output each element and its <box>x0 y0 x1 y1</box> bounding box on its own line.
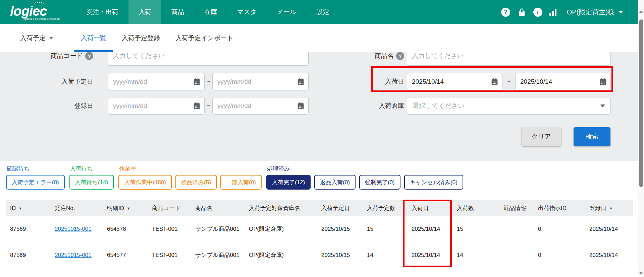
range-separator: ~ <box>502 78 515 85</box>
registration-date-from-input[interactable] <box>108 102 193 110</box>
info-icon[interactable]: i <box>533 8 542 17</box>
topnav-right-group: ? i OP(限定荷主)様 <box>501 8 623 17</box>
table-cell: 654577 <box>103 242 148 268</box>
range-separator: ~ <box>205 78 212 85</box>
scrollbar-thumb[interactable] <box>639 19 643 187</box>
calendar-icon[interactable] <box>599 78 607 86</box>
order-no-link[interactable]: 20251015-001 <box>55 252 92 259</box>
product-name-label-row: 商品名 ? <box>314 52 404 66</box>
status-buttons: 入荷待ち(14) <box>69 175 114 190</box>
status-filter-button[interactable]: キャンセル済み(0) <box>404 175 463 190</box>
column-header-label: 入荷予定対象倉庫名 <box>249 204 300 212</box>
table-cell: サンプル商品001 <box>191 242 245 268</box>
table-cell: OP(限定倉庫) <box>245 242 317 268</box>
topnav-item[interactable]: 設定 <box>306 0 339 24</box>
calendar-icon[interactable] <box>297 102 305 110</box>
sort-desc-icon: ▼ <box>609 206 613 210</box>
status-filter-button[interactable]: 入荷予定エラー(0) <box>6 175 65 190</box>
stats-icon[interactable] <box>549 8 556 16</box>
topnav-item[interactable]: 在庫 <box>194 0 227 24</box>
table-cell: サンプル商品001 <box>191 216 245 242</box>
column-header-label: 発注No. <box>55 204 75 212</box>
status-filter-button[interactable]: 入荷作業中(180) <box>118 175 172 190</box>
user-account-menu[interactable]: OP(限定荷主)様 <box>567 8 623 17</box>
column-header[interactable]: 明細ID▼ <box>103 200 148 216</box>
table-cell <box>499 216 534 242</box>
registration-date-to-input[interactable] <box>213 102 297 110</box>
bag-icon[interactable] <box>517 8 526 17</box>
table-cell: 2025/10/14 <box>408 216 453 242</box>
status-filter-button[interactable]: 一部入荷(0) <box>220 175 262 190</box>
arrival-schedule-dropdown[interactable]: 入荷予定 <box>20 34 54 43</box>
status-filter-button[interactable]: 入荷完了(12) <box>266 175 311 190</box>
help-icon[interactable]: ? <box>501 8 510 17</box>
table-cell: 14 <box>363 242 408 268</box>
column-header[interactable]: 登録日▼ <box>585 200 633 216</box>
subnav-tab[interactable]: 入荷予定インポート <box>168 24 241 52</box>
topnav-item[interactable]: メール <box>267 0 306 24</box>
topnav-item[interactable]: 入荷 <box>128 0 161 24</box>
expected-date-from-input[interactable] <box>108 78 193 85</box>
product-code-label: 商品コード <box>51 52 83 60</box>
column-header-label: 商品コード <box>152 204 181 212</box>
calendar-icon[interactable] <box>297 78 305 86</box>
help-icon[interactable]: ? <box>85 52 93 60</box>
expected-date-label-row: 入荷予定日 <box>0 73 93 90</box>
chevron-down-icon <box>600 105 605 108</box>
status-filter-button[interactable]: 入荷待ち(14) <box>69 175 114 190</box>
topnav-item[interactable]: マスタ <box>227 0 267 24</box>
table-row: 8756920251015-001654577TEST-001サンプル商品001… <box>6 242 633 268</box>
registration-date-range: ~ <box>108 97 309 115</box>
table-cell: 87569 <box>6 216 51 242</box>
table-cell: 2025/10/14 <box>585 242 633 268</box>
top-navigation-bar: logiec logistics e enterprise commander … <box>0 0 638 24</box>
logo-tagline: logistics e enterprise commander <box>23 18 60 20</box>
topnav-item[interactable]: 商品 <box>161 0 194 24</box>
column-header: 発注No. <box>51 200 103 216</box>
product-name-input[interactable] <box>407 52 610 60</box>
subnav-tab[interactable]: 入荷一覧 <box>73 24 114 52</box>
range-separator: ~ <box>205 102 212 109</box>
search-form: 商品コード ? 商品名 ? 入荷予定日 ~ 入荷日 <box>0 52 638 161</box>
warehouse-select[interactable]: 選択してください <box>407 97 611 115</box>
column-header-label: 商品名 <box>195 204 212 212</box>
arrival-date-from-input[interactable] <box>407 78 490 85</box>
topnav-item[interactable]: 受注・出荷 <box>76 0 128 24</box>
status-filter-button[interactable]: 検品済み(5) <box>175 175 217 190</box>
product-code-input[interactable] <box>108 52 308 60</box>
table-cell: 2025/10/14 <box>585 216 633 242</box>
column-header: 入荷予定日 <box>317 200 363 216</box>
calendar-icon[interactable] <box>193 78 201 86</box>
arrival-date-to-input[interactable] <box>516 78 599 85</box>
logo-arc-decoration <box>34 2 44 7</box>
table-cell: TEST-001 <box>148 242 191 268</box>
status-group-label: 入荷待ち <box>70 165 114 172</box>
expected-date-to-input[interactable] <box>213 78 297 85</box>
status-filter-button[interactable]: 返品入荷(0) <box>314 175 356 190</box>
column-header[interactable]: ID▼ <box>6 200 51 216</box>
status-group-label: 確認待ち <box>7 165 65 172</box>
table-cell: 2025/10/15 <box>317 242 363 268</box>
calendar-icon[interactable] <box>490 78 499 86</box>
registration-date-label: 登録日 <box>74 101 93 110</box>
user-label: OP(限定荷主)様 <box>567 8 614 17</box>
scroll-up-arrow[interactable] <box>639 10 643 13</box>
calendar-icon[interactable] <box>193 102 201 110</box>
search-button[interactable]: 検索 <box>574 127 610 146</box>
status-filter-button[interactable]: 強制完了(0) <box>359 175 400 190</box>
table-cell <box>499 242 534 268</box>
expected-date-range: ~ <box>108 73 309 90</box>
order-no-link[interactable]: 20251015-001 <box>55 226 92 232</box>
arrival-date-label: 入荷日 <box>385 77 404 86</box>
status-filter-section: 確認待ち入荷予定エラー(0)入荷待ち入荷待ち(14)作業中入荷作業中(180)検… <box>0 161 638 200</box>
status-buttons: 入荷作業中(180)検品済み(5)一部入荷(0) <box>118 175 262 190</box>
clear-button[interactable]: クリア <box>522 127 561 146</box>
table-cell: 15 <box>363 216 408 242</box>
vertical-scrollbar[interactable] <box>638 0 644 277</box>
scroll-down-arrow[interactable] <box>639 272 643 275</box>
logiec-logo[interactable]: logiec logistics e enterprise commander <box>10 4 60 20</box>
table-cell: 20251015-001 <box>51 242 103 268</box>
help-icon[interactable]: ? <box>396 52 404 60</box>
subnav-tab[interactable]: 入荷予定登録 <box>114 24 168 52</box>
table-cell: 14 <box>453 242 499 268</box>
